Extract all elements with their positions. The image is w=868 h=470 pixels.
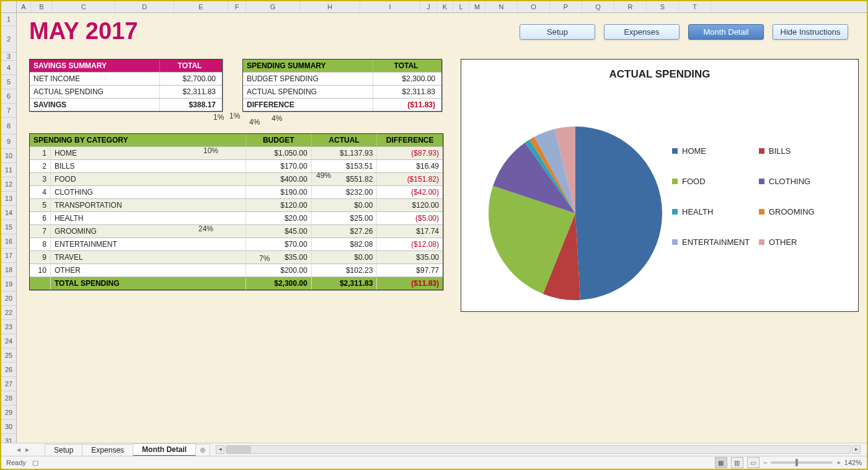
zoom-out-icon[interactable]: − — [763, 459, 767, 466]
category-row[interactable]: 3 FOOD $400.00 $551.82 ($151.82) — [30, 172, 443, 185]
row-header-1[interactable]: 1 — [1, 13, 16, 26]
row-header-26[interactable]: 26 — [1, 363, 16, 377]
col-header-C[interactable]: C — [53, 1, 115, 12]
chart-legend: HOME BILLS FOOD CLOTHING HEALTH GROOMING… — [672, 146, 846, 268]
tab-month-detail[interactable]: Month Detail — [133, 443, 196, 456]
cat-index: 9 — [30, 251, 51, 264]
col-header-S[interactable]: S — [647, 1, 679, 12]
col-header-F[interactable]: F — [228, 1, 246, 12]
col-header-E[interactable]: E — [174, 1, 228, 12]
savings-row[interactable]: SAVINGS $388.17 — [30, 98, 222, 111]
cat-name: TRANSPORTATION — [51, 199, 246, 211]
category-row[interactable]: 7 GROOMING $45.00 $27.26 $17.74 — [30, 224, 443, 237]
row-header-12[interactable]: 12 — [1, 177, 16, 192]
col-header-M[interactable]: M — [469, 1, 485, 12]
category-row[interactable]: 5 TRANSPORTATION $120.00 $0.00 $120.00 — [30, 198, 443, 211]
legend-label: GROOMING — [769, 207, 815, 216]
row-header-9[interactable]: 9 — [1, 135, 16, 149]
row-header-2[interactable]: 2 — [1, 26, 16, 53]
row-header-4[interactable]: 4 — [1, 61, 16, 75]
zoom-in-icon[interactable]: + — [836, 459, 840, 466]
category-row[interactable]: 4 CLOTHING $190.00 $232.00 ($42.00) — [30, 185, 443, 198]
tab-nav[interactable]: ◂▸ — [1, 445, 45, 454]
row-header-11[interactable]: 11 — [1, 163, 16, 177]
category-row[interactable]: 10 OTHER $200.00 $102.23 $97.77 — [30, 264, 443, 277]
month-detail-button[interactable]: Month Detail — [688, 24, 764, 40]
tab-add[interactable]: ⊕ — [195, 444, 210, 456]
row-header-15[interactable]: 15 — [1, 220, 16, 234]
zoom-slider[interactable] — [771, 461, 833, 464]
tab-setup[interactable]: Setup — [45, 444, 82, 456]
col-header-H[interactable]: H — [300, 1, 360, 12]
actual-spending-chart[interactable]: ACTUAL SPENDING HOME BILLS FOOD CLOTHING… — [461, 59, 859, 312]
col-header-B[interactable]: B — [31, 1, 53, 12]
cat-index: 10 — [30, 264, 51, 277]
row-header-16[interactable]: 16 — [1, 234, 16, 249]
category-row[interactable]: 6 HEALTH $20.00 $25.00 ($5.00) — [30, 211, 443, 224]
row-header-19[interactable]: 19 — [1, 277, 16, 291]
macro-record-icon[interactable]: ▢ — [32, 459, 38, 467]
normal-view-icon[interactable]: ▦ — [715, 457, 727, 468]
spending-row[interactable]: DIFFERENCE ($11.83) — [243, 98, 441, 111]
col-header-L[interactable]: L — [453, 1, 469, 12]
tab-expenses[interactable]: Expenses — [82, 444, 133, 456]
setup-button[interactable]: Setup — [520, 24, 595, 40]
row-header-27[interactable]: 27 — [1, 377, 16, 391]
col-header-G[interactable]: G — [246, 1, 300, 12]
category-row[interactable]: 2 BILLS $170.00 $153.51 $16.49 — [30, 159, 443, 172]
row-header-31[interactable]: 31 — [1, 434, 16, 443]
spending-row[interactable]: ACTUAL SPENDING $2,311.83 — [243, 85, 441, 98]
col-header-P[interactable]: P — [550, 1, 582, 12]
cat-name: CLOTHING — [51, 186, 246, 198]
spending-row[interactable]: BUDGET SPENDING $2,300.00 — [243, 72, 441, 85]
col-header-K[interactable]: K — [437, 1, 453, 12]
horizontal-scrollbar[interactable]: ◂▸ — [215, 445, 862, 454]
row-header-10[interactable]: 10 — [1, 149, 16, 163]
cat-total-budget: $2,300.00 — [246, 277, 312, 290]
cat-actual: $153.51 — [312, 160, 378, 172]
page-layout-view-icon[interactable]: ▥ — [731, 457, 743, 468]
row-header-13[interactable]: 13 — [1, 192, 16, 206]
legend-item: OTHER — [759, 237, 846, 247]
col-header-R[interactable]: R — [614, 1, 647, 12]
col-header-J[interactable]: J — [420, 1, 437, 12]
pie-label: 10% — [203, 146, 218, 155]
row-header-17[interactable]: 17 — [1, 249, 16, 263]
row-header-5[interactable]: 5 — [1, 75, 16, 89]
col-header-Q[interactable]: Q — [582, 1, 614, 12]
col-header-A[interactable]: A — [17, 1, 31, 12]
cat-name: TRAVEL — [51, 251, 246, 264]
row-header-23[interactable]: 23 — [1, 320, 16, 334]
hide-instructions-button[interactable]: Hide Instructions — [773, 24, 848, 40]
col-header-I[interactable]: I — [360, 1, 420, 12]
col-header-N[interactable]: N — [485, 1, 518, 12]
savings-row[interactable]: NET INCOME $2,700.00 — [30, 72, 222, 85]
expenses-button[interactable]: Expenses — [604, 24, 680, 40]
row-header-6[interactable]: 6 — [1, 89, 16, 104]
row-header-29[interactable]: 29 — [1, 406, 16, 420]
savings-row[interactable]: ACTUAL SPENDING $2,311.83 — [30, 85, 222, 98]
col-header-O[interactable]: O — [518, 1, 550, 12]
row-header-25[interactable]: 25 — [1, 348, 16, 363]
row-header-28[interactable]: 28 — [1, 391, 16, 406]
row-header-8[interactable]: 8 — [1, 118, 16, 135]
row-header-30[interactable]: 30 — [1, 420, 16, 434]
category-row[interactable]: 9 TRAVEL $35.00 $0.00 $35.00 — [30, 251, 443, 264]
row-header-7[interactable]: 7 — [1, 104, 16, 118]
legend-swatch — [759, 148, 764, 154]
page-break-view-icon[interactable]: ▭ — [747, 457, 760, 468]
row-header-22[interactable]: 22 — [1, 306, 16, 320]
select-all-corner[interactable] — [1, 1, 17, 12]
category-row[interactable]: 1 HOME $1,050.00 $1,137.93 ($87.93) — [30, 146, 443, 159]
row-header-24[interactable]: 24 — [1, 334, 16, 348]
col-header-D[interactable]: D — [115, 1, 174, 12]
row-header-18[interactable]: 18 — [1, 263, 16, 277]
col-header-T[interactable]: T — [679, 1, 711, 12]
row-header-3[interactable]: 3 — [1, 53, 16, 61]
category-row[interactable]: 8 ENTERTAINMENT $70.00 $82.08 ($12.08) — [30, 237, 443, 251]
row-header-14[interactable]: 14 — [1, 206, 16, 220]
chart-title: ACTUAL SPENDING — [461, 68, 858, 81]
cat-total-label: TOTAL SPENDING — [51, 277, 246, 290]
cat-index: 7 — [30, 225, 51, 237]
row-header-20[interactable]: 20 — [1, 291, 16, 306]
